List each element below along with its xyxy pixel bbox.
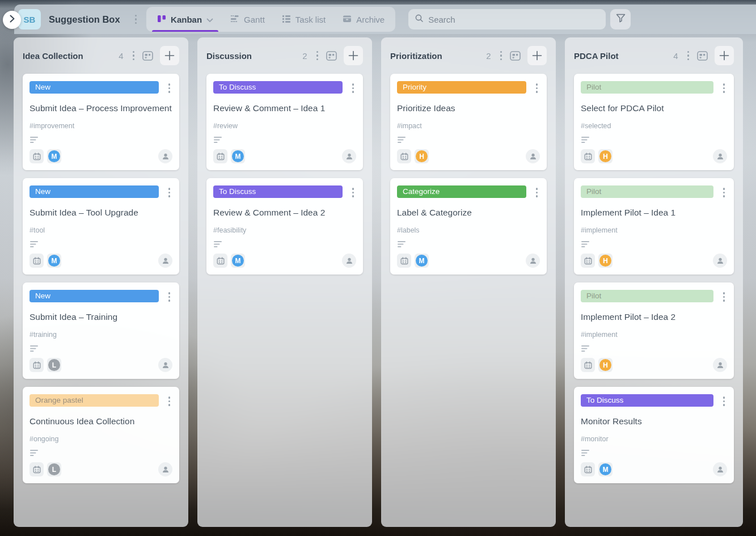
assignee-chip[interactable]: M xyxy=(598,462,613,476)
card-menu-button[interactable] xyxy=(166,81,173,95)
status-label: Pilot xyxy=(581,185,713,198)
card-menu-button[interactable] xyxy=(534,81,540,95)
kanban-card[interactable]: Priority Prioritize Ideas #impact H xyxy=(390,74,547,170)
kanban-card[interactable]: Pilot Implement Pilot – Idea 2 #implemen… xyxy=(574,282,734,379)
card-hashtag: #improvement xyxy=(29,122,172,130)
search-input[interactable] xyxy=(428,15,599,24)
person-icon[interactable] xyxy=(158,149,172,163)
person-icon[interactable] xyxy=(342,149,356,163)
kanban-card[interactable]: Categorize Label & Categorize #labels M xyxy=(390,178,547,275)
calendar-icon[interactable] xyxy=(29,254,44,268)
card-menu-button[interactable] xyxy=(166,185,173,200)
column-menu-button[interactable] xyxy=(498,49,505,63)
add-card-button[interactable] xyxy=(160,46,179,65)
calendar-icon[interactable] xyxy=(29,462,44,476)
assignee-chip[interactable]: H xyxy=(598,149,613,163)
column-menu-button[interactable] xyxy=(685,49,692,63)
card-menu-button[interactable] xyxy=(721,185,728,200)
tab-archive[interactable]: Archive xyxy=(334,7,393,32)
card-list: Pilot Select for PDCA Pilot #selected H … xyxy=(574,74,734,483)
person-icon[interactable] xyxy=(158,254,172,268)
card-footer: L xyxy=(29,358,172,372)
assignee-chip[interactable]: M xyxy=(47,254,61,268)
status-label: Priority xyxy=(397,81,526,94)
kanban-card[interactable]: New Submit Idea – Process Improvement #i… xyxy=(23,74,179,170)
add-card-button[interactable] xyxy=(527,46,547,65)
column-menu-button[interactable] xyxy=(130,49,137,63)
workspace-avatar[interactable]: SB xyxy=(18,9,41,29)
card-menu-button[interactable] xyxy=(166,290,173,304)
assignee-chip[interactable]: M xyxy=(231,149,245,163)
label-row: New xyxy=(29,185,172,200)
column-header: Prioritization 2 xyxy=(390,37,547,74)
person-icon[interactable] xyxy=(526,149,540,163)
calendar-icon[interactable] xyxy=(581,462,595,476)
tab-kanban[interactable]: Kanban xyxy=(149,7,222,32)
card-menu-button[interactable] xyxy=(721,81,728,95)
tab-label: Task list xyxy=(295,15,326,24)
card-menu-button[interactable] xyxy=(534,185,540,200)
calendar-icon[interactable] xyxy=(29,149,44,163)
calendar-icon[interactable] xyxy=(397,254,411,268)
status-label: To Discuss xyxy=(581,394,713,407)
kanban-card[interactable]: Pilot Select for PDCA Pilot #selected H xyxy=(574,74,734,170)
tab-gantt[interactable]: Gantt xyxy=(222,7,273,32)
column-menu-button[interactable] xyxy=(314,49,321,63)
calendar-icon[interactable] xyxy=(29,358,44,372)
person-icon[interactable] xyxy=(713,149,727,163)
kanban-card[interactable]: New Submit Idea – Training #training L xyxy=(23,282,179,379)
assignee-chip[interactable]: H xyxy=(598,254,613,268)
card-title: Submit Idea – Training xyxy=(29,312,172,322)
card-menu-button[interactable] xyxy=(721,394,728,408)
card-menu-button[interactable] xyxy=(166,394,173,408)
column-title: Discussion xyxy=(206,51,252,61)
kanban-column: PDCA Pilot 4 Pilot Select for PDCA Pilot… xyxy=(565,37,743,527)
board-menu-button[interactable] xyxy=(133,12,140,27)
card-title: Monitor Results xyxy=(581,416,727,427)
kanban-card[interactable]: To Discuss Review & Comment – Idea 2 #fe… xyxy=(206,178,363,275)
sidebar-expand-button[interactable] xyxy=(3,11,21,29)
calendar-icon[interactable] xyxy=(581,358,595,372)
person-icon[interactable] xyxy=(713,254,727,268)
person-icon[interactable] xyxy=(713,462,727,476)
card-display-icon[interactable] xyxy=(697,51,708,61)
notes-icon xyxy=(213,240,356,251)
assignee-chip[interactable]: L xyxy=(47,358,61,372)
assignee-chip[interactable]: H xyxy=(598,358,613,372)
assignee-chip[interactable]: L xyxy=(47,462,61,476)
kanban-card[interactable]: New Submit Idea – Tool Upgrade #tool M xyxy=(23,178,179,275)
card-display-icon[interactable] xyxy=(510,51,521,61)
card-menu-button[interactable] xyxy=(350,81,357,95)
calendar-icon[interactable] xyxy=(213,149,227,163)
calendar-icon[interactable] xyxy=(581,254,595,268)
card-display-icon[interactable] xyxy=(142,51,153,61)
kanban-column: Prioritization 2 Priority Prioritize Ide… xyxy=(381,37,556,527)
assignee-chip[interactable]: M xyxy=(47,149,61,163)
notes-icon xyxy=(581,345,727,355)
add-card-button[interactable] xyxy=(344,46,363,65)
calendar-icon[interactable] xyxy=(581,149,595,163)
status-label: New xyxy=(29,185,159,198)
card-menu-button[interactable] xyxy=(350,185,357,200)
assignee-chip[interactable]: M xyxy=(231,254,245,268)
kanban-card[interactable]: To Discuss Monitor Results #monitor M xyxy=(574,387,734,483)
card-menu-button[interactable] xyxy=(721,290,728,304)
assignee-chip[interactable]: M xyxy=(415,254,429,268)
kanban-card[interactable]: To Discuss Review & Comment – Idea 1 #re… xyxy=(206,74,363,170)
card-display-icon[interactable] xyxy=(326,51,337,61)
person-icon[interactable] xyxy=(342,254,356,268)
person-icon[interactable] xyxy=(526,254,540,268)
assignee-chip[interactable]: H xyxy=(415,149,429,163)
kanban-card[interactable]: Pilot Implement Pilot – Idea 1 #implemen… xyxy=(574,178,734,275)
kanban-card[interactable]: Orange pastel Continuous Idea Collection… xyxy=(23,387,179,483)
filter-button[interactable] xyxy=(610,9,631,29)
card-footer: M xyxy=(29,149,172,163)
add-card-button[interactable] xyxy=(715,46,734,65)
person-icon[interactable] xyxy=(713,358,727,372)
calendar-icon[interactable] xyxy=(213,254,227,268)
tab-task-list[interactable]: Task list xyxy=(273,7,334,32)
person-icon[interactable] xyxy=(158,462,172,476)
card-hashtag: #impact xyxy=(397,122,540,130)
person-icon[interactable] xyxy=(158,358,172,372)
calendar-icon[interactable] xyxy=(397,149,411,163)
